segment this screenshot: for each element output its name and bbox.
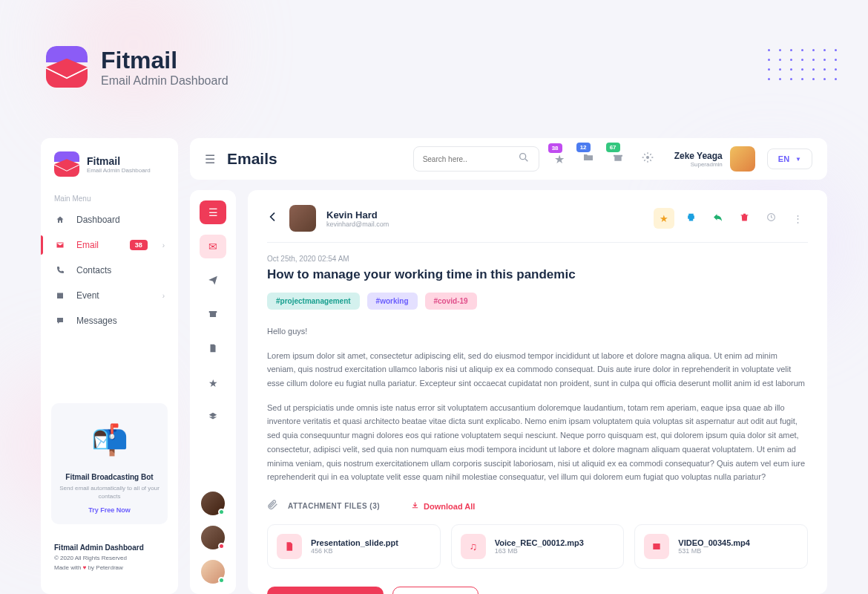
promo-cta[interactable]: Try Free Now <box>59 506 160 514</box>
star-icon: ★ <box>660 213 668 224</box>
topbar-favorites[interactable]: 38 ★ <box>551 152 568 166</box>
product-tagline: Email Admin Dashboard <box>101 74 228 88</box>
email-date: Oct 25th, 2020 02:54 AM <box>267 255 808 263</box>
file-audio-icon: ♫ <box>461 534 486 559</box>
attachment-file[interactable]: VIDEO_00345.mp4531 MB <box>634 524 808 569</box>
trash-icon <box>740 212 749 224</box>
download-all-label: Download All <box>424 502 475 511</box>
star-icon: ★ <box>554 153 565 166</box>
sidebar-badge: 38 <box>130 240 148 250</box>
page-title: Emails <box>227 150 277 168</box>
email-header: Kevin Hard kevinhard@mail.com ★ ⋮ <box>267 205 808 243</box>
attachment-file[interactable]: ♫ Voice_REC_00012.mp3163 MB <box>451 524 625 569</box>
delete-button[interactable] <box>734 208 754 229</box>
phone-icon <box>54 266 66 275</box>
footer-line: Fitmail Admin Dashboard <box>54 542 165 554</box>
contact-avatar[interactable] <box>201 492 225 515</box>
file-name: Presentation_slide.ppt <box>311 538 398 547</box>
footer-line: Made with ♥ by Peterdraw <box>54 564 165 573</box>
file-size: 531 MB <box>678 547 750 555</box>
body-paragraph: Sed ut perspiciatis unde omnis iste natu… <box>267 401 808 484</box>
clock-icon <box>766 212 776 224</box>
file-name: Voice_REC_00012.mp3 <box>495 538 584 547</box>
attachments-label: ATTACHMENT FILES (3) <box>288 502 380 510</box>
file-video-icon <box>644 534 669 559</box>
promo-title: Fitmail Broadcasting Bot <box>59 473 160 481</box>
chat-icon <box>54 316 66 325</box>
snooze-button[interactable] <box>760 208 781 229</box>
star-button[interactable]: ★ <box>654 208 674 229</box>
mailbox-rail: ☰ ✉ ★ <box>190 190 236 594</box>
contact-avatar[interactable] <box>201 560 225 584</box>
rail-settings[interactable] <box>200 405 226 429</box>
user-role: Superadmin <box>674 161 723 168</box>
download-all-button[interactable]: Download All <box>411 501 475 511</box>
topbar-folder[interactable]: 12 <box>579 151 597 166</box>
svg-point-0 <box>519 154 525 160</box>
home-icon <box>54 215 66 224</box>
email-body: Hello guys! Lorem ipsum dolor sit amet, … <box>267 324 808 484</box>
avatar <box>730 146 755 172</box>
printer-icon <box>686 212 696 224</box>
sender-avatar <box>289 205 316 232</box>
print-button[interactable] <box>680 208 701 229</box>
layers-icon <box>208 411 218 424</box>
sidebar-footer: Fitmail Admin Dashboard © 2020 All Right… <box>41 535 178 581</box>
file-size: 163 MB <box>495 547 584 555</box>
search-icon <box>518 151 530 166</box>
svg-point-1 <box>646 156 649 159</box>
contact-avatar[interactable] <box>201 526 225 549</box>
sidebar-item-label: Dashboard <box>76 215 120 225</box>
file-icon <box>208 343 218 356</box>
logo-icon <box>54 151 79 177</box>
rail-inbox[interactable]: ✉ <box>200 235 226 258</box>
file-name: VIDEO_00345.mp4 <box>678 538 750 547</box>
search-input[interactable] <box>423 155 518 163</box>
back-button[interactable] <box>267 211 279 226</box>
lang-label: EN <box>778 154 789 163</box>
tag[interactable]: #covid-19 <box>425 293 477 310</box>
email-tags: #projectmanagement #working #covid-19 <box>267 293 808 310</box>
paper-plane-icon <box>208 275 218 287</box>
reply-button[interactable] <box>707 208 728 229</box>
topbar-archive[interactable]: 67 <box>609 151 627 166</box>
rail-menu[interactable]: ☰ <box>200 200 226 224</box>
attachment-file[interactable]: Presentation_slide.ppt456 KB <box>267 524 441 569</box>
rail-starred[interactable]: ★ <box>200 371 226 395</box>
list-icon: ☰ <box>208 206 218 218</box>
language-select[interactable]: EN ▼ <box>767 148 812 169</box>
rail-drafts[interactable] <box>200 337 226 361</box>
folder-icon <box>582 153 594 166</box>
tag[interactable]: #working <box>367 293 418 310</box>
rail-archive[interactable] <box>200 303 226 327</box>
email-subject: How to manage your working time in this … <box>267 267 808 282</box>
envelope-icon <box>54 241 66 249</box>
user-menu[interactable]: Zeke Yeaga Superadmin <box>674 146 755 172</box>
tag[interactable]: #projectmanagement <box>267 293 360 310</box>
sidebar-item-contacts[interactable]: Contacts <box>41 258 178 283</box>
file-doc-icon <box>277 534 302 559</box>
topbar-settings[interactable] <box>639 151 657 166</box>
sidebar-item-label: Messages <box>76 316 117 326</box>
footer-line: © 2020 All Rights Reserved <box>54 554 165 564</box>
topbar: ☰ Emails 38 ★ 12 67 Z <box>190 138 827 180</box>
hamburger-icon[interactable]: ☰ <box>205 152 215 166</box>
user-name: Zeke Yeaga <box>674 151 723 161</box>
sidebar-item-event[interactable]: Event › <box>41 283 178 308</box>
sidebar-logo[interactable]: Fitmail Email Admin Dashboard <box>41 151 178 187</box>
download-icon <box>411 501 419 511</box>
more-button[interactable]: ⋮ <box>787 208 808 229</box>
sidebar-item-dashboard[interactable]: Dashboard <box>41 207 178 232</box>
sidebar-item-email[interactable]: Email 38 › <box>41 232 178 258</box>
sidebar-item-label: Email <box>76 240 99 250</box>
gear-icon <box>642 153 654 166</box>
reply-email-button[interactable]: Reply this email <box>267 587 384 594</box>
sidebar-item-messages[interactable]: Messages <box>41 308 178 333</box>
sidebar-brand-sub: Email Admin Dashboard <box>87 167 151 174</box>
calendar-icon <box>54 291 66 300</box>
attachments-header: ATTACHMENT FILES (3) Download All <box>267 499 808 514</box>
sidebar-item-label: Event <box>76 290 99 301</box>
forward-email-button[interactable]: Forward <box>392 587 478 594</box>
search-box[interactable] <box>413 146 539 172</box>
rail-sent[interactable] <box>200 269 226 293</box>
